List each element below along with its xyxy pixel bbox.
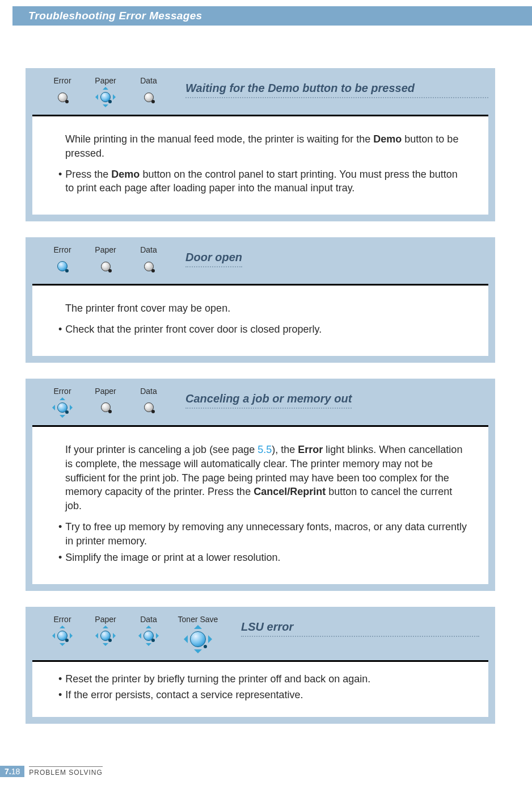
led-data: Data — [134, 76, 163, 107]
panel-header: Error Paper Data Waiting for the Demo bu… — [32, 76, 488, 115]
page-footer: 7.18 PROBLEM SOLVING — [0, 766, 103, 777]
panel-waiting-demo: Error Paper Data Waiting for the Demo bu… — [26, 68, 495, 221]
bullet-text: Simplify the image or print at a lower r… — [65, 551, 468, 565]
panel-header: Error Paper Data Door open — [32, 245, 488, 284]
led-toner-save: Toner Save — [178, 615, 218, 652]
bullet-item: • If the error persists, contact a servi… — [58, 688, 468, 702]
led-label: Data — [140, 387, 157, 396]
title-wrap: Door open — [163, 245, 488, 267]
led-error: Error — [48, 76, 77, 107]
led-blinking-icon — [96, 626, 115, 645]
bullet-text: Press the Demo button on the control pan… — [65, 167, 468, 196]
led-on-rings-icon — [53, 257, 72, 276]
panel-body: The printer front cover may be open. • C… — [32, 284, 488, 356]
section-title: Troubleshooting Error Messages — [28, 10, 202, 22]
led-error: Error — [48, 245, 77, 276]
led-label: Error — [53, 245, 71, 254]
bullet-dot: • — [58, 688, 62, 702]
error-title: Door open — [185, 251, 242, 267]
error-title: Waiting for the Demo button to be presse… — [185, 82, 488, 98]
title-wrap: Canceling a job or memory out — [163, 387, 488, 409]
bullet-dot: • — [58, 672, 62, 686]
led-paper: Paper — [91, 615, 120, 645]
led-data: Data — [134, 387, 163, 417]
bullet-dot: • — [58, 322, 62, 337]
error-title: LSU error — [241, 620, 479, 637]
led-error: Error — [48, 387, 77, 417]
led-label: Paper — [95, 387, 116, 396]
led-paper: Paper — [91, 387, 120, 417]
led-paper: Paper — [91, 76, 120, 107]
bullet-text: Check that the printer front cover door … — [65, 322, 468, 337]
led-row: Error Paper Data — [48, 76, 163, 107]
panel-header: Error Paper Data Canceling a job or memo… — [32, 387, 488, 425]
led-blinking-icon — [53, 626, 72, 645]
bullet-item: • Check that the printer front cover doo… — [58, 322, 468, 337]
panel-body: If your printer is canceling a job (see … — [32, 425, 488, 584]
intro-text: The printer front cover may be open. — [65, 301, 468, 316]
bullet-item: • Simplify the image or print at a lower… — [58, 551, 468, 565]
main-content: Error Paper Data Waiting for the Demo bu… — [26, 68, 495, 740]
led-blinking-icon — [139, 626, 158, 645]
error-title: Canceling a job or memory out — [185, 392, 352, 409]
footer-section-label: PROBLEM SOLVING — [29, 766, 102, 777]
intro-text: While printing in the manual feed mode, … — [65, 132, 468, 161]
led-error: Error — [48, 615, 77, 645]
led-off-icon — [139, 398, 158, 417]
panel-body: • Reset the printer by briefly turning t… — [32, 660, 488, 718]
led-row: Error Paper Data — [48, 387, 163, 417]
title-wrap: LSU error — [218, 615, 488, 637]
bullet-text: If the error persists, contact a service… — [65, 688, 468, 702]
bullet-text: Reset the printer by briefly turning the… — [65, 672, 468, 686]
bullet-text: Try to free up memory by removing any un… — [65, 520, 468, 548]
panel-header: Error Paper Data — [32, 615, 488, 660]
page-xref[interactable]: 5.5 — [257, 444, 272, 455]
led-off-icon — [96, 257, 115, 276]
panel-body: While printing in the manual feed mode, … — [32, 115, 488, 215]
bullet-dot: • — [58, 520, 62, 548]
bullet-item: • Try to free up memory by removing any … — [58, 520, 468, 548]
panel-lsu-error: Error Paper Data — [26, 607, 495, 724]
panel-door-open: Error Paper Data Door open The pr — [26, 237, 495, 363]
led-paper: Paper — [91, 245, 120, 276]
led-label: Data — [140, 76, 157, 85]
bullet-item: • Reset the printer by briefly turning t… — [58, 672, 468, 686]
bullet-dot: • — [58, 167, 62, 196]
led-blinking-big-icon — [185, 626, 211, 652]
title-wrap: Waiting for the Demo button to be presse… — [163, 76, 488, 98]
page-num: 18 — [11, 767, 20, 776]
led-label: Data — [140, 245, 157, 254]
led-off-icon — [53, 87, 72, 107]
page-chapter: 7. — [5, 767, 11, 776]
led-off-icon — [139, 257, 158, 276]
bullet-dot: • — [58, 551, 62, 565]
led-off-icon — [96, 398, 115, 417]
panel-cancel-memory: Error Paper Data Canceling a job or memo… — [26, 379, 495, 591]
led-off-icon — [139, 87, 158, 107]
section-header: Troubleshooting Error Messages — [12, 6, 532, 26]
led-data: Data — [134, 615, 163, 645]
page-number-tab: 7.18 — [0, 766, 24, 777]
led-blinking-icon — [96, 87, 115, 107]
led-label: Error — [53, 76, 71, 85]
intro-text: If your printer is canceling a job (see … — [65, 443, 468, 513]
led-row: Error Paper Data — [48, 245, 163, 276]
led-data: Data — [134, 245, 163, 276]
led-label: Paper — [95, 245, 116, 254]
bullet-item: • Press the Demo button on the control p… — [58, 167, 468, 196]
led-blinking-icon — [53, 398, 72, 417]
led-row: Error Paper Data — [48, 615, 218, 652]
